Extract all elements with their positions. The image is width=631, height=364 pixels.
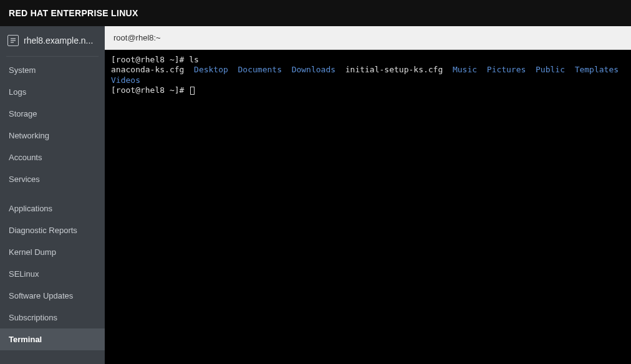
nav-label: Software Updates — [9, 291, 73, 300]
main-container: rhel8.example.n... System Logs Storage N… — [0, 26, 631, 364]
sidebar-item-diagnostic-reports[interactable]: Diagnostic Reports — [0, 219, 105, 241]
ls-dir-entry: Templates — [575, 65, 619, 74]
sidebar-item-services[interactable]: Services — [0, 168, 105, 190]
ls-file-entry: initial-setup-ks.cfg — [345, 65, 443, 74]
sidebar: rhel8.example.n... System Logs Storage N… — [0, 26, 105, 364]
product-title: RED HAT ENTERPRISE LINUX — [9, 8, 138, 18]
nav-label: Kernel Dump — [9, 247, 56, 257]
nav-label: SELinux — [9, 269, 39, 279]
top-bar: RED HAT ENTERPRISE LINUX — [0, 0, 631, 26]
nav-label: Logs — [9, 87, 26, 97]
nav-label: Terminal — [9, 335, 42, 344]
sidebar-item-selinux[interactable]: SELinux — [0, 263, 105, 285]
sidebar-divider — [6, 56, 99, 57]
sidebar-item-subscriptions[interactable]: Subscriptions — [0, 307, 105, 328]
ls-dir-entry: Pictures — [487, 65, 526, 74]
sidebar-item-software-updates[interactable]: Software Updates — [0, 285, 105, 307]
sidebar-item-system[interactable]: System — [0, 59, 105, 81]
nav-label: Services — [9, 175, 40, 184]
nav-group-2: Applications Diagnostic Reports Kernel D… — [0, 198, 105, 350]
terminal-cursor — [190, 87, 195, 95]
sidebar-item-networking[interactable]: Networking — [0, 125, 105, 146]
sidebar-item-terminal[interactable]: Terminal — [0, 328, 105, 350]
sidebar-item-accounts[interactable]: Accounts — [0, 146, 105, 168]
nav-label: Diagnostic Reports — [9, 226, 77, 235]
ls-dir-entry: Music — [453, 65, 477, 74]
nav-label: Applications — [9, 204, 52, 213]
host-selector[interactable]: rhel8.example.n... — [0, 26, 105, 56]
nav-group-1: System Logs Storage Networking Accounts … — [0, 59, 105, 190]
terminal-line: [root@rhel8 ~]# ls — [111, 55, 625, 65]
terminal-body[interactable]: [root@rhel8 ~]# lsanaconda-ks.cfg Deskto… — [105, 50, 631, 364]
terminal-line: [root@rhel8 ~]# — [111, 85, 625, 95]
terminal-line: anaconda-ks.cfg Desktop Documents Downlo… — [111, 65, 625, 85]
terminal-title: root@rhel8:~ — [113, 33, 161, 42]
ls-dir-entry: Public — [536, 65, 565, 74]
ls-dir-entry: Desktop — [194, 65, 228, 74]
host-icon — [7, 35, 19, 46]
sidebar-item-applications[interactable]: Applications — [0, 198, 105, 219]
sidebar-item-storage[interactable]: Storage — [0, 103, 105, 125]
main-panel: root@rhel8:~ [root@rhel8 ~]# lsanaconda-… — [105, 26, 631, 364]
ls-dir-entry: Documents — [238, 65, 282, 74]
nav-label: System — [9, 65, 36, 75]
nav-label: Networking — [9, 131, 49, 140]
host-label: rhel8.example.n... — [24, 36, 97, 46]
nav-label: Accounts — [9, 153, 42, 162]
terminal-header: root@rhel8:~ — [105, 26, 631, 50]
sidebar-item-kernel-dump[interactable]: Kernel Dump — [0, 241, 105, 263]
nav-label: Storage — [9, 109, 37, 118]
ls-file-entry: anaconda-ks.cfg — [111, 65, 184, 74]
nav-label: Subscriptions — [9, 313, 57, 322]
sidebar-item-logs[interactable]: Logs — [0, 81, 105, 103]
ls-dir-entry: Downloads — [292, 65, 335, 74]
ls-dir-entry: Videos — [111, 75, 140, 85]
